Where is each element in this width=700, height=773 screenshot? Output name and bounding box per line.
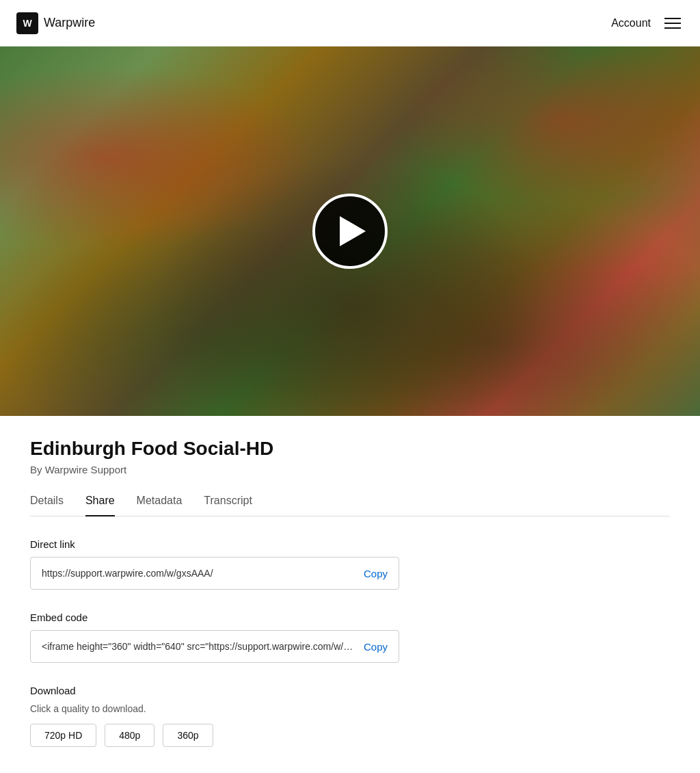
content-area: Edinburgh Food Social-HD By Warpwire Sup…: [0, 416, 700, 773]
tabs: Details Share Metadata Transcript: [30, 495, 670, 516]
embed-code-value: <iframe height="360" width="640" src="ht…: [42, 641, 355, 652]
quality-720p-button[interactable]: 720p HD: [30, 724, 96, 747]
direct-link-section: Direct link https://support.warpwire.com…: [30, 538, 670, 590]
quality-buttons: 720p HD 480p 360p: [30, 724, 670, 747]
video-title: Edinburgh Food Social-HD: [30, 438, 670, 460]
direct-link-field: https://support.warpwire.com/w/gxsAAA/ C…: [30, 557, 399, 590]
direct-link-label: Direct link: [30, 538, 670, 550]
embed-code-section: Embed code <iframe height="360" width="6…: [30, 612, 670, 663]
video-player[interactable]: [0, 47, 700, 416]
account-button[interactable]: Account: [611, 17, 651, 29]
logo-area[interactable]: W Warpwire: [16, 12, 95, 34]
direct-link-value: https://support.warpwire.com/w/gxsAAA/: [42, 568, 355, 579]
play-button[interactable]: [312, 194, 388, 269]
embed-code-label: Embed code: [30, 612, 670, 623]
download-description: Click a quality to download.: [30, 703, 670, 714]
quality-480p-button[interactable]: 480p: [105, 724, 154, 747]
warpwire-logo-icon: W: [16, 12, 38, 34]
tab-metadata[interactable]: Metadata: [137, 495, 183, 516]
header: W Warpwire Account: [0, 0, 700, 47]
logo-text: Warpwire: [44, 16, 95, 30]
share-tab-content: Direct link https://support.warpwire.com…: [30, 538, 670, 747]
header-right: Account: [611, 15, 684, 31]
download-section: Download Click a quality to download. 72…: [30, 685, 670, 747]
quality-360p-button[interactable]: 360p: [163, 724, 213, 747]
download-label: Download: [30, 685, 670, 696]
direct-link-copy-button[interactable]: Copy: [364, 568, 388, 579]
tab-transcript[interactable]: Transcript: [204, 495, 252, 516]
tab-details[interactable]: Details: [30, 495, 64, 516]
tab-share[interactable]: Share: [85, 495, 115, 516]
hamburger-menu-icon[interactable]: [662, 15, 684, 31]
play-icon: [340, 216, 366, 246]
embed-code-field: <iframe height="360" width="640" src="ht…: [30, 630, 399, 663]
video-author: By Warpwire Support: [30, 464, 670, 475]
embed-code-copy-button[interactable]: Copy: [364, 641, 388, 653]
